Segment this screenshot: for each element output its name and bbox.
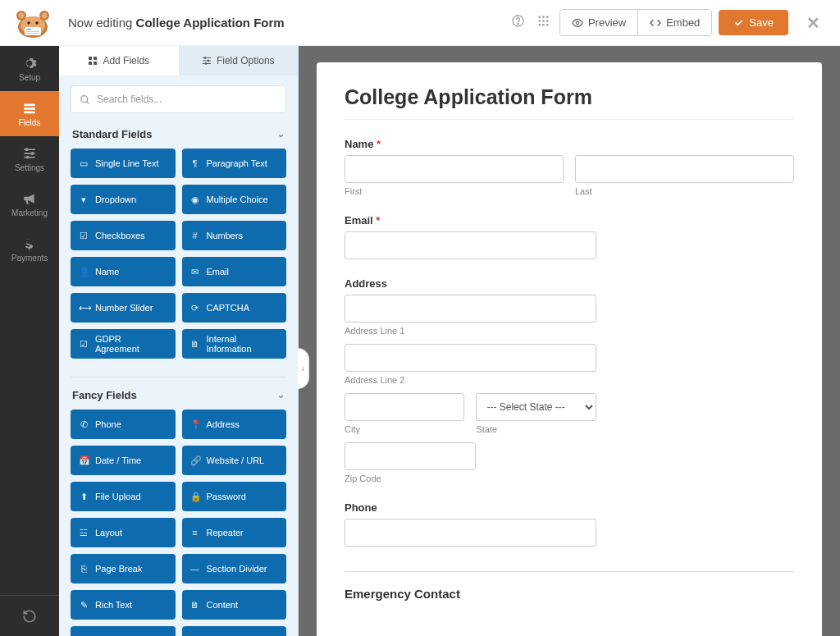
svg-point-15 xyxy=(542,16,545,19)
form-canvas: ‹ College Application Form Name * First … xyxy=(299,46,840,636)
collapse-panel-button[interactable]: ‹ xyxy=(298,348,309,389)
svg-rect-8 xyxy=(26,31,39,32)
field-paragraph-text[interactable]: ¶Paragraph Text xyxy=(182,149,287,178)
svg-point-19 xyxy=(546,20,549,22)
field-name-preview[interactable]: Name * First Last xyxy=(345,138,794,196)
close-icon[interactable]: ✕ xyxy=(795,13,832,33)
select-state[interactable]: --- Select State --- xyxy=(476,393,596,421)
svg-rect-34 xyxy=(94,57,97,60)
svg-rect-38 xyxy=(203,61,211,62)
field-address-preview[interactable]: Address Address Line 1 Address Line 2 Ci… xyxy=(345,277,794,483)
field-section-divider[interactable]: —Section Divider xyxy=(182,554,287,583)
search-input[interactable]: Search fields... xyxy=(71,85,286,113)
field-multiple-choice[interactable]: ◉Multiple Choice xyxy=(182,185,287,214)
input-address-2[interactable] xyxy=(345,344,596,372)
svg-rect-36 xyxy=(94,62,97,65)
field-dropdown[interactable]: ▾Dropdown xyxy=(71,185,176,214)
input-first-name[interactable] xyxy=(345,155,564,183)
svg-point-20 xyxy=(538,24,541,26)
chevron-down-icon: ⌄ xyxy=(277,129,285,140)
field-rich-text[interactable]: ✎Rich Text xyxy=(71,590,176,620)
field-internal-info[interactable]: 🗎Internal Information xyxy=(182,329,287,359)
svg-point-18 xyxy=(542,20,545,22)
field-name[interactable]: 👤Name xyxy=(71,257,176,286)
field-password[interactable]: 🔒Password xyxy=(182,482,287,511)
field-layout[interactable]: ☳Layout xyxy=(71,518,176,547)
svg-point-22 xyxy=(546,24,549,26)
svg-point-40 xyxy=(204,57,207,59)
field-html[interactable]: </>HTML xyxy=(71,626,176,636)
svg-point-16 xyxy=(546,16,549,19)
field-phone-preview[interactable]: Phone xyxy=(345,501,794,547)
fields-panel: Add Fields Field Options Search fields..… xyxy=(59,46,299,636)
save-button[interactable]: Save xyxy=(719,10,788,35)
field-entry-preview[interactable]: 🗎Entry Preview xyxy=(182,626,287,636)
svg-rect-33 xyxy=(89,57,92,60)
field-checkboxes[interactable]: ☑Checkboxes xyxy=(71,221,176,250)
field-captcha[interactable]: ⟳CAPTCHA xyxy=(182,293,287,323)
tab-field-options[interactable]: Field Options xyxy=(179,46,299,75)
input-email[interactable] xyxy=(345,231,596,259)
history-icon[interactable] xyxy=(0,595,59,636)
input-address-1[interactable] xyxy=(345,295,596,323)
input-last-name[interactable] xyxy=(575,155,794,183)
input-phone[interactable] xyxy=(345,519,596,547)
sidebar-fields[interactable]: Fields xyxy=(0,91,59,136)
preview-button[interactable]: Preview xyxy=(560,10,638,35)
field-page-break[interactable]: ⎘Page Break xyxy=(71,554,176,583)
svg-point-14 xyxy=(538,16,541,19)
form-preview: College Application Form Name * First La… xyxy=(317,62,822,636)
chevron-down-icon: ⌄ xyxy=(277,390,285,400)
field-repeater[interactable]: ≡Repeater xyxy=(182,518,287,547)
field-numbers[interactable]: #Numbers xyxy=(182,221,287,250)
field-date-time[interactable]: 📅Date / Time xyxy=(71,446,176,475)
field-website[interactable]: 🔗Website / URL xyxy=(182,446,287,475)
field-content[interactable]: 🗎Content xyxy=(182,590,287,620)
field-number-slider[interactable]: ⟷Number Slider xyxy=(71,293,176,323)
field-file-upload[interactable]: ⬆File Upload xyxy=(71,482,176,511)
svg-rect-35 xyxy=(89,62,92,65)
top-bar: Now editing College Application Form Pre… xyxy=(0,0,840,46)
help-icon[interactable] xyxy=(509,11,527,34)
svg-rect-24 xyxy=(24,103,35,106)
svg-rect-37 xyxy=(203,57,211,58)
field-address[interactable]: 📍Address xyxy=(182,410,287,439)
standard-fields-header[interactable]: Standard Fields ⌄ xyxy=(71,123,286,149)
svg-point-31 xyxy=(30,152,34,155)
field-phone[interactable]: ✆Phone xyxy=(71,410,176,439)
input-zip[interactable] xyxy=(345,442,476,470)
input-city[interactable] xyxy=(345,393,464,421)
form-title: College Application Form xyxy=(345,85,794,109)
svg-point-41 xyxy=(208,60,210,62)
sidebar-setup[interactable]: Setup xyxy=(0,46,59,91)
svg-rect-29 xyxy=(24,156,35,158)
field-gdpr[interactable]: ☑GDPR Agreement xyxy=(71,329,176,359)
svg-point-21 xyxy=(542,24,545,26)
svg-point-43 xyxy=(81,95,88,102)
field-email[interactable]: ✉Email xyxy=(182,257,287,286)
sidebar-marketing[interactable]: Marketing xyxy=(0,181,59,226)
svg-point-10 xyxy=(27,21,30,25)
embed-button[interactable]: Embed xyxy=(638,10,711,35)
svg-point-5 xyxy=(42,12,48,18)
fancy-fields-header[interactable]: Fancy Fields ⌄ xyxy=(71,384,286,410)
preview-embed-group: Preview Embed xyxy=(559,9,712,36)
svg-point-11 xyxy=(35,21,39,25)
svg-rect-7 xyxy=(26,29,31,30)
emergency-section-title: Emergency Contact xyxy=(345,587,794,601)
field-email-preview[interactable]: Email * xyxy=(345,214,794,259)
sidebar-settings[interactable]: Settings xyxy=(0,136,59,181)
svg-rect-26 xyxy=(24,111,35,113)
svg-point-42 xyxy=(205,62,208,65)
editing-title: Now editing College Application Form xyxy=(68,16,285,30)
svg-point-23 xyxy=(576,21,579,25)
tab-add-fields[interactable]: Add Fields xyxy=(59,46,179,75)
svg-point-4 xyxy=(19,12,25,18)
svg-point-17 xyxy=(538,20,541,22)
svg-point-30 xyxy=(25,148,29,151)
wp-sidebar: Setup Fields Settings Marketing Payments xyxy=(0,46,59,636)
field-single-line-text[interactable]: ▭Single Line Text xyxy=(71,149,176,178)
sidebar-payments[interactable]: Payments xyxy=(0,226,59,272)
svg-rect-9 xyxy=(26,33,39,34)
apps-grid-icon[interactable] xyxy=(534,11,553,34)
